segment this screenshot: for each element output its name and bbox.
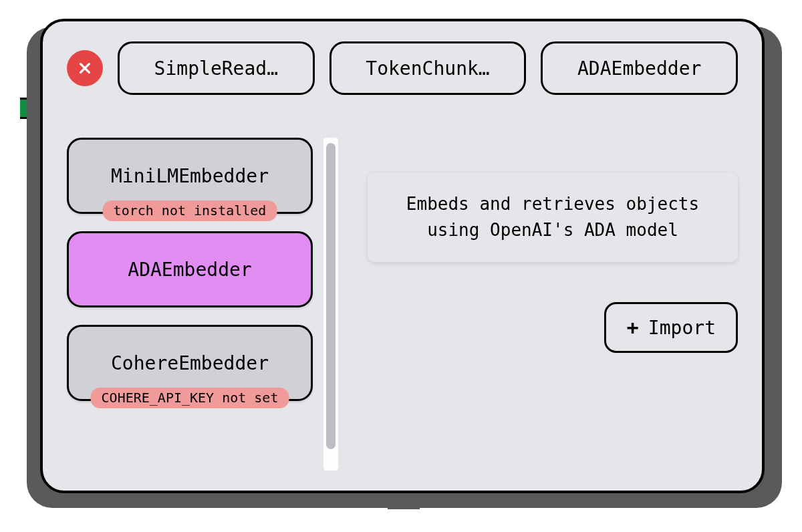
description-text: Embeds and retrieves objects using OpenA… [406, 194, 699, 240]
embedder-name: ADAEmbedder [128, 259, 251, 281]
pipeline-step-label: SimpleRead… [154, 57, 278, 80]
embedder-description: Embeds and retrieves objects using OpenA… [368, 172, 738, 262]
main-content-row: MiniLMEmbedder torch not installed ADAEm… [67, 132, 738, 471]
close-icon [78, 61, 92, 76]
import-button-label: Import [648, 317, 716, 339]
warning-badge: COHERE_API_KEY not set [91, 388, 289, 408]
embedder-option-minilm[interactable]: MiniLMEmbedder torch not installed [67, 138, 313, 214]
scrollbar-thumb[interactable] [326, 143, 336, 449]
component-config-modal: SimpleRead… TokenChunk… ADAEmbedder Mini… [40, 19, 765, 493]
pipeline-step-chunker[interactable]: TokenChunk… [329, 41, 527, 95]
embedder-list-scrollbar[interactable] [323, 138, 338, 471]
pipeline-step-label: TokenChunk… [366, 57, 489, 80]
background-divider [388, 507, 420, 509]
embedder-name: CohereEmbedder [111, 352, 269, 374]
pipeline-header-row: SimpleRead… TokenChunk… ADAEmbedder [67, 41, 738, 95]
plus-icon: + [626, 317, 639, 338]
embedder-option-ada[interactable]: ADAEmbedder [67, 231, 313, 307]
close-button[interactable] [67, 50, 103, 86]
import-button[interactable]: + Import [604, 302, 738, 353]
embedder-list: MiniLMEmbedder torch not installed ADAEm… [67, 132, 313, 471]
pipeline-step-reader[interactable]: SimpleRead… [118, 41, 315, 95]
embedder-option-cohere[interactable]: CohereEmbedder COHERE_API_KEY not set [67, 325, 313, 401]
warning-text: torch not installed [114, 203, 267, 219]
embedder-name: MiniLMEmbedder [111, 165, 269, 187]
detail-panel: Embeds and retrieves objects using OpenA… [349, 132, 738, 471]
pipeline-step-label: ADAEmbedder [577, 57, 701, 80]
warning-badge: torch not installed [103, 201, 277, 221]
pipeline-step-embedder[interactable]: ADAEmbedder [541, 41, 738, 95]
warning-text: COHERE_API_KEY not set [102, 390, 279, 406]
